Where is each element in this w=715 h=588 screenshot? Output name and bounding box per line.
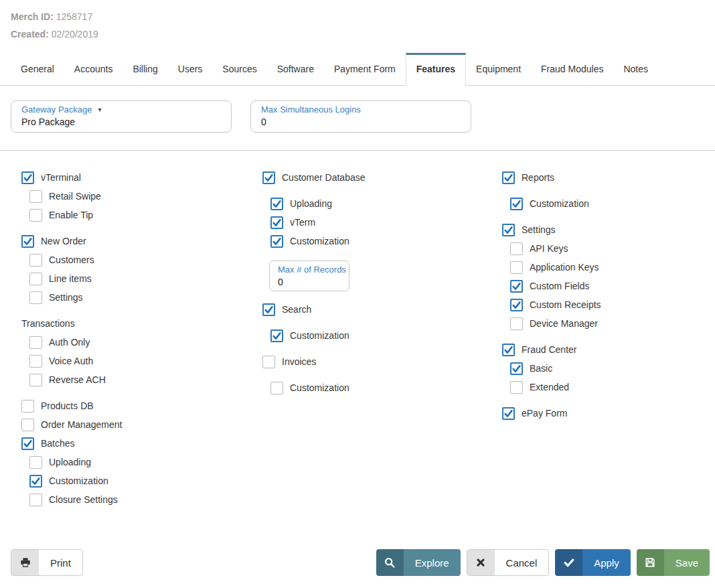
search-icon — [376, 549, 404, 576]
feature-row: Customization — [270, 326, 502, 345]
tab-sources[interactable]: Sources — [212, 54, 266, 85]
tab-fraud-modules[interactable]: Fraud Modules — [531, 54, 613, 85]
checkbox-line-items[interactable] — [29, 273, 42, 285]
checkbox-new-order[interactable] — [21, 235, 34, 248]
checkbox-invoices[interactable] — [262, 356, 275, 368]
checkbox-custom-receipts[interactable] — [510, 299, 523, 311]
label-basic: Basic — [530, 363, 552, 374]
feature-row: Products DB — [21, 396, 262, 415]
tab-accounts[interactable]: Accounts — [64, 54, 123, 85]
explore-button[interactable]: Explore — [376, 549, 461, 576]
checkbox-custom-fields[interactable] — [510, 280, 523, 293]
checkbox-fraud-center[interactable] — [502, 344, 515, 356]
checkbox-vterminal[interactable] — [21, 171, 34, 184]
checkbox-products-db[interactable] — [21, 400, 34, 413]
checkbox-reverse-ach[interactable] — [29, 374, 42, 386]
feature-row: vTerminal — [21, 168, 262, 187]
checkbox-customers[interactable] — [29, 254, 42, 267]
checkbox-settings[interactable] — [502, 224, 515, 236]
checkbox-epay-form[interactable] — [502, 407, 515, 420]
checkbox-customization[interactable] — [270, 329, 283, 342]
checkbox-extended[interactable] — [510, 381, 523, 394]
label-search: Search — [282, 304, 311, 315]
checkbox-basic[interactable] — [510, 362, 523, 375]
feature-row: vTerm — [270, 213, 502, 232]
checkbox-closure-settings[interactable] — [29, 494, 42, 506]
tab-equipment[interactable]: Equipment — [466, 54, 531, 85]
merch-id-line: Merch ID: 1258717 — [11, 8, 704, 25]
label-reports: Reports — [522, 172, 554, 183]
checkbox-customization[interactable] — [510, 198, 523, 210]
tab-users[interactable]: Users — [168, 54, 213, 85]
feature-row: Basic — [510, 359, 715, 378]
label-enable-tip: Enable Tip — [49, 210, 93, 220]
tab-notes[interactable]: Notes — [613, 54, 658, 85]
cancel-button-label: Cancel — [495, 550, 549, 575]
printer-icon — [11, 550, 39, 575]
checkbox-customization[interactable] — [29, 475, 42, 488]
checkbox-order-management[interactable] — [21, 419, 34, 431]
checkbox-uploading[interactable] — [29, 456, 42, 469]
tab-general[interactable]: General — [11, 54, 64, 85]
checkbox-settings[interactable] — [29, 291, 42, 304]
tab-billing[interactable]: Billing — [123, 54, 167, 85]
checkbox-auth-only[interactable] — [29, 336, 42, 349]
checkbox-search[interactable] — [262, 303, 275, 316]
label-custom-receipts: Custom Receipts — [530, 299, 601, 310]
label-vterminal: vTerminal — [41, 172, 81, 183]
max-simultaneous-logins-input[interactable]: Max Simultaneous Logins 0 — [250, 100, 471, 133]
feature-row: Settings — [502, 220, 715, 239]
label-order-management: Order Management — [41, 419, 122, 430]
label-customization: Customization — [290, 330, 349, 341]
checkbox-customization[interactable] — [270, 235, 283, 248]
tab-software[interactable]: Software — [267, 54, 324, 85]
feature-row: Batches — [21, 434, 262, 453]
label-customization: Customization — [49, 475, 108, 486]
gateway-package-select[interactable]: Gateway Package ▾ Pro Package — [11, 100, 232, 133]
checkbox-customer-database[interactable] — [262, 171, 275, 184]
checkbox-vterm[interactable] — [270, 216, 283, 229]
label-new-order: New Order — [41, 236, 86, 246]
feature-row: Uploading — [270, 194, 502, 213]
label-uploading: Uploading — [290, 198, 332, 209]
save-button[interactable]: Save — [637, 549, 710, 576]
label-customer-database: Customer Database — [282, 172, 366, 183]
checkbox-application-keys[interactable] — [510, 261, 523, 274]
checkbox-api-keys[interactable] — [510, 242, 523, 255]
label-retail-swipe: Retail Swipe — [49, 191, 101, 202]
label-closure-settings: Closure Settings — [49, 494, 118, 505]
print-button[interactable]: Print — [11, 549, 83, 576]
checkbox-voice-auth[interactable] — [29, 355, 42, 368]
merch-id-label: Merch ID: — [11, 11, 54, 22]
apply-button-label: Apply — [582, 549, 631, 576]
label-vterm: vTerm — [290, 217, 315, 228]
features-column-3: ReportsCustomizationSettingsAPI KeysAppl… — [502, 168, 715, 509]
checkbox-reports[interactable] — [502, 171, 515, 184]
close-icon — [467, 550, 495, 575]
field-value: 0 — [278, 277, 341, 287]
created-value: 02/20/2019 — [52, 29, 98, 40]
checkbox-enable-tip[interactable] — [29, 209, 42, 222]
input-max-of-records[interactable]: Max # of Records0 — [269, 261, 349, 291]
max-logins-value: 0 — [261, 117, 461, 127]
feature-row: Application Keys — [510, 258, 715, 277]
checkbox-uploading[interactable] — [270, 198, 283, 210]
checkbox-device-manager[interactable] — [510, 317, 523, 330]
created-label: Created: — [11, 29, 49, 40]
feature-row: Line items — [29, 269, 262, 288]
tab-payment-form[interactable]: Payment Form — [324, 54, 406, 85]
footer-actions: Print Explore Cancel Apply Save — [0, 549, 715, 576]
label-epay-form: ePay Form — [522, 408, 567, 419]
max-logins-label: Max Simultaneous Logins — [261, 104, 361, 115]
cancel-button[interactable]: Cancel — [467, 549, 550, 576]
apply-button[interactable]: Apply — [555, 549, 631, 576]
checkbox-retail-swipe[interactable] — [29, 190, 42, 203]
checkbox-batches[interactable] — [21, 437, 34, 450]
label-auth-only: Auth Only — [49, 337, 90, 348]
tab-features[interactable]: Features — [406, 53, 466, 86]
feature-row: Voice Auth — [29, 352, 262, 370]
gateway-package-value: Pro Package — [21, 117, 221, 127]
chevron-down-icon: ▾ — [98, 106, 102, 113]
checkbox-customization[interactable] — [270, 382, 283, 394]
feature-row: Invoices — [262, 352, 502, 371]
